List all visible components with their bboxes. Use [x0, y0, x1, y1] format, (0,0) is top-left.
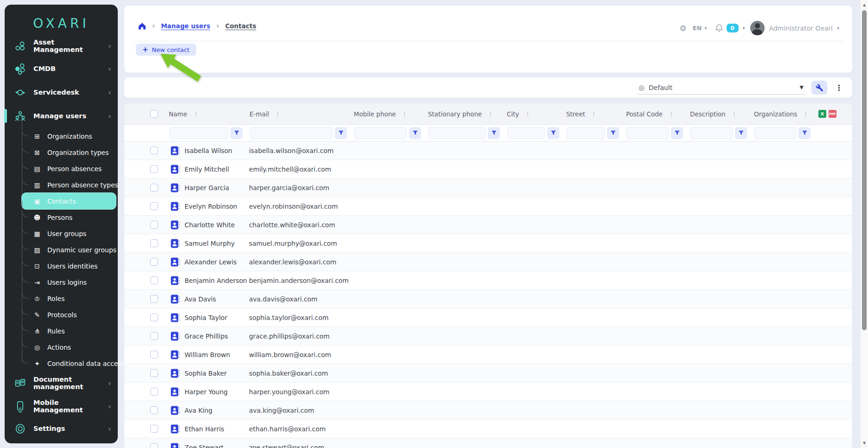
table-row[interactable]: Harper Youngharper.young@oxari.com — [124, 383, 852, 401]
filter-input-mobile-phone[interactable] — [354, 127, 407, 139]
row-checkbox[interactable] — [150, 406, 158, 414]
table-row[interactable]: Harper Garciaharper.garcia@oxari.com — [124, 179, 852, 197]
row-checkbox[interactable] — [150, 165, 158, 173]
sidebar-subitem-persons[interactable]: ☻Persons — [22, 209, 118, 225]
sidebar-subitem-actions[interactable]: ◎Actions — [22, 339, 118, 355]
new-contact-button[interactable]: + New contact — [136, 44, 196, 56]
filter-funnel-button[interactable] — [335, 127, 347, 139]
select-all-checkbox[interactable] — [150, 110, 158, 118]
filter-funnel-button[interactable] — [798, 127, 811, 139]
table-row[interactable]: Alexander Lewisalexander.lewis@oxari.com — [124, 253, 852, 271]
row-checkbox[interactable] — [150, 147, 158, 154]
row-checkbox[interactable] — [150, 425, 158, 433]
export-excel-icon[interactable]: X — [818, 110, 826, 118]
sidebar-subitem-users-identities[interactable]: ⊡Users identities — [22, 258, 118, 274]
filter-funnel-button[interactable] — [735, 127, 747, 139]
table-row[interactable]: Isabella Wilsonisabella.wilson@oxari.com — [124, 141, 852, 160]
row-checkbox[interactable] — [150, 351, 158, 358]
chevron-down-icon[interactable]: ▾ — [743, 26, 745, 31]
filter-input-organizations[interactable] — [754, 127, 796, 139]
user-menu[interactable]: Administrator Oxari — [769, 25, 833, 32]
chevron-down-icon[interactable]: ▾ — [704, 26, 707, 31]
sidebar-item-cmdb[interactable]: CMDB ∨ — [5, 62, 118, 76]
table-row[interactable]: Ethan Harrisethan.harris@oxari.com — [124, 420, 852, 438]
notification-count-badge[interactable]: 0 — [727, 24, 739, 32]
filter-funnel-button[interactable] — [547, 127, 559, 139]
row-checkbox[interactable] — [150, 221, 158, 229]
row-checkbox[interactable] — [150, 184, 158, 192]
table-row[interactable]: Zoe Stewartzoe.stewart@oxari.com — [124, 438, 852, 448]
sidebar-subitem-dynamic-user-groups[interactable]: ▨Dynamic user groups — [22, 242, 118, 258]
filter-input-street[interactable] — [567, 127, 605, 139]
sidebar-subitem-contacts[interactable]: ▣Contacts — [22, 193, 116, 209]
filter-input-stationary-phone[interactable] — [428, 127, 485, 139]
row-checkbox[interactable] — [150, 314, 158, 321]
column-menu-icon[interactable]: ⋮ — [590, 110, 598, 117]
table-row[interactable]: Ava Davisava.davis@oxari.com — [124, 290, 852, 308]
filter-input-description[interactable] — [690, 127, 733, 139]
column-menu-icon[interactable]: ⋮ — [730, 110, 738, 117]
table-row[interactable]: Emily Mitchellemily.mitchell@oxari.com — [124, 160, 852, 179]
sidebar-subitem-organizations[interactable]: ⊞Organizations — [22, 128, 118, 144]
table-row[interactable]: William Brownwilliam.brown@oxari.com — [124, 346, 852, 364]
sidebar-subitem-users-logins[interactable]: ⇥Users logins — [22, 274, 118, 290]
scroll-down-arrow[interactable]: ▼ — [861, 441, 868, 445]
row-checkbox[interactable] — [150, 202, 158, 210]
table-row[interactable]: Sophia Taylorsophia.taylor@oxari.com — [124, 308, 852, 327]
table-settings-button[interactable] — [811, 81, 827, 95]
column-menu-icon[interactable]: ⋮ — [802, 110, 810, 117]
filter-funnel-button[interactable] — [409, 127, 421, 139]
sidebar-subitem-conditional-data-access-groups[interactable]: ✦Conditional data access groups — [22, 355, 118, 371]
chevron-down-icon[interactable]: ▾ — [837, 26, 839, 31]
table-row[interactable]: Ava Kingava.king@oxari.com — [124, 401, 852, 420]
column-menu-icon[interactable]: ⋮ — [486, 110, 494, 117]
row-checkbox[interactable] — [150, 295, 158, 303]
notifications-bell-icon[interactable] — [715, 24, 723, 32]
sidebar-subitem-rules[interactable]: ⋔Rules — [22, 323, 118, 339]
sidebar-subitem-roles[interactable]: ♔Roles — [22, 290, 118, 307]
column-menu-icon[interactable]: ⋮ — [192, 110, 200, 117]
more-options-icon[interactable]: ⋮ — [833, 83, 845, 92]
filter-input-e-mail[interactable] — [250, 127, 332, 139]
row-checkbox[interactable] — [150, 388, 158, 396]
row-checkbox[interactable] — [150, 276, 158, 284]
vertical-scrollbar[interactable]: ▲ ▼ — [860, 0, 868, 448]
column-menu-icon[interactable]: ⋮ — [274, 110, 281, 117]
row-checkbox[interactable] — [150, 258, 158, 266]
home-icon[interactable] — [138, 22, 146, 30]
filter-input-city[interactable] — [507, 127, 545, 139]
breadcrumb-manage-users[interactable]: Manage users — [161, 22, 210, 30]
scroll-up-arrow[interactable]: ▲ — [861, 3, 868, 7]
sidebar-item-servicedesk[interactable]: Servicedesk ∨ — [5, 85, 118, 99]
user-avatar[interactable] — [750, 21, 765, 35]
sidebar-item-document-management[interactable]: Document management ∨ — [5, 376, 118, 390]
column-menu-icon[interactable]: ⋮ — [523, 110, 531, 117]
sidebar-item-settings[interactable]: Settings ∨ — [5, 422, 118, 435]
filter-input-name[interactable] — [169, 127, 228, 139]
view-selector-dropdown[interactable]: ◎ Default ▼ — [638, 81, 805, 95]
column-menu-icon[interactable]: ⋮ — [401, 110, 408, 117]
gear-icon[interactable]: ⚙ — [679, 24, 686, 33]
table-row[interactable]: Sophia Bakersophia.baker@oxari.com — [124, 364, 852, 383]
table-row[interactable]: Grace Phillipsgrace.phillips@oxari.com — [124, 327, 852, 346]
sidebar-item-asset-management[interactable]: Asset Management ∨ — [5, 39, 118, 53]
filter-funnel-button[interactable] — [230, 127, 243, 139]
filter-funnel-button[interactable] — [488, 127, 500, 139]
sidebar-subitem-organization-types[interactable]: ⊠Organization types — [22, 144, 118, 160]
row-checkbox[interactable] — [150, 332, 158, 340]
sidebar-subitem-person-absences[interactable]: ▤Person absences — [22, 160, 118, 177]
filter-funnel-button[interactable] — [607, 127, 619, 139]
column-menu-icon[interactable]: ⋮ — [667, 110, 675, 117]
row-checkbox[interactable] — [150, 239, 158, 247]
sidebar-subitem-protocols[interactable]: ✎Protocols — [22, 307, 118, 323]
table-row[interactable]: Evelyn Robinsonevelyn.robinson@oxari.com — [124, 197, 852, 216]
filter-input-postal-code[interactable] — [626, 127, 669, 139]
sidebar-subitem-person-absence-types[interactable]: ▥Person absence types — [22, 177, 118, 193]
breadcrumb-contacts[interactable]: Contacts — [225, 22, 256, 30]
table-row[interactable]: Benjamin Andersonbenjamin.anderson@oxari… — [124, 271, 852, 290]
language-selector[interactable]: EN — [693, 25, 702, 32]
table-row[interactable]: Charlotte Whitecharlotte.white@oxari.com — [124, 216, 852, 234]
sidebar-item-mobile-management[interactable]: Mobile Management ∨ — [5, 399, 118, 413]
row-checkbox[interactable] — [150, 369, 158, 377]
export-pdf-icon[interactable]: PDF — [829, 110, 836, 118]
